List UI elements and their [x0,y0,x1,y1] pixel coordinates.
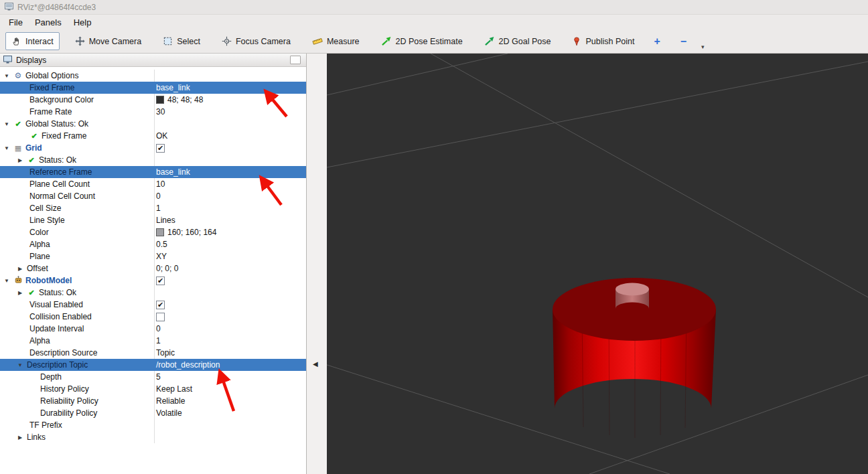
select-button[interactable]: Select [157,32,206,50]
tree-row-background-color[interactable]: Background Color48; 48; 48 [0,94,306,106]
tree-row-depth[interactable]: Depth5 [0,371,306,383]
measure-button[interactable]: Measure [306,32,366,50]
displays-panel-icon [3,54,12,66]
row-label-area: ▼Description Topic [0,360,88,370]
collapse-arrow-icon[interactable]: ▼ [16,362,24,368]
property-value[interactable]: 30 [156,107,165,116]
tree-row-reliability-policy[interactable]: Reliability PolicyReliable [0,395,306,407]
tree-row-robotmodel[interactable]: ▼RobotModel✔ [0,274,306,287]
expand-arrow-icon[interactable]: ▶ [16,266,24,272]
property-value[interactable]: 0; 0; 0 [156,264,178,273]
publish-point-button[interactable]: Publish Point [566,32,640,50]
value-text: Keep Last [156,384,192,394]
expand-arrow-icon[interactable]: ▶ [16,434,24,441]
menu-file[interactable]: File [3,16,29,29]
property-label: Links [27,432,46,442]
property-value[interactable]: 1 [156,204,161,213]
row-label-area: ▼✔Global Status: Ok [0,119,88,129]
tree-row-alpha[interactable]: Alpha1 [0,335,306,347]
property-value[interactable]: Volatile [156,408,182,418]
property-value[interactable]: /robot_description [156,360,220,370]
property-value[interactable]: base_link [156,167,190,177]
tree-row-update-interval[interactable]: Update Interval0 [0,323,306,335]
property-value[interactable]: Keep Last [156,384,192,394]
3d-viewport[interactable] [327,54,868,474]
row-label-area: Plane Cell Count [0,179,90,189]
tree-row-grid[interactable]: ▼▦Grid✔ [0,142,306,154]
checkbox-unchecked[interactable] [156,313,165,321]
tree-row-global-status-ok[interactable]: ▼✔Global Status: Ok [0,118,306,130]
tree-row-plane-cell-count[interactable]: Plane Cell Count10 [0,178,306,190]
value-text: 1 [156,204,161,213]
tree-row-collision-enabled[interactable]: Collision Enabled [0,311,306,323]
tree-row-description-topic[interactable]: ▼Description Topic/robot_description [0,359,306,371]
tree-row-color[interactable]: Color160; 160; 164 [0,226,306,238]
color-swatch [156,228,164,236]
property-value[interactable]: OK [156,131,167,141]
tree-row-status-ok[interactable]: ▶✔Status: Ok [0,287,306,299]
add-tool-button[interactable]: + [647,34,666,49]
collapse-arrow-icon[interactable]: ▼ [3,121,11,127]
tree-row-line-style[interactable]: Line StyleLines [0,214,306,226]
collapse-arrow-icon[interactable]: ▼ [3,278,11,284]
tree-row-visual-enabled[interactable]: Visual Enabled✔ [0,299,306,311]
splitter-collapse-icon[interactable]: ◀ [313,360,318,368]
expand-arrow-icon[interactable]: ▶ [16,157,24,163]
displays-panel-header[interactable]: Displays [0,54,306,67]
collapse-arrow-icon[interactable]: ▼ [3,145,11,151]
tree-row-reference-frame[interactable]: Reference Framebase_link [0,166,306,178]
value-text: 0 [156,191,161,201]
interact-button[interactable]: Interact [5,32,60,50]
panel-options-button[interactable] [290,56,301,64]
property-value[interactable]: 0 [156,324,161,333]
property-value[interactable]: ✔ [156,301,165,309]
checkbox-checked[interactable]: ✔ [156,276,165,285]
collapse-arrow-icon[interactable]: ▼ [3,73,11,79]
menu-help[interactable]: Help [68,16,98,29]
tree-row-fixed-frame[interactable]: Fixed Framebase_link [0,82,306,94]
menu-panels[interactable]: Panels [29,16,68,29]
2d-goal-pose-button[interactable]: 2D Goal Pose [478,32,557,50]
property-value[interactable]: 10 [156,179,165,189]
tree-row-cell-size[interactable]: Cell Size1 [0,202,306,214]
tree-row-durability-policy[interactable]: Durability PolicyVolatile [0,407,306,419]
panel-splitter[interactable]: ◀ [307,54,327,474]
tree-row-global-options[interactable]: ▼⚙Global Options [0,70,306,82]
property-value[interactable]: ✔ [156,144,165,153]
property-value[interactable]: 0.5 [156,240,167,249]
property-value[interactable]: 1 [156,336,161,345]
toolbar-overflow-icon[interactable]: ▾ [700,44,706,50]
property-value[interactable]: 5 [156,372,161,382]
color-swatch [156,96,164,104]
checkbox-checked[interactable]: ✔ [156,144,165,153]
property-value[interactable]: base_link [156,83,190,92]
tree-row-frame-rate[interactable]: Frame Rate30 [0,106,306,118]
remove-tool-button[interactable]: − [674,34,693,49]
tree-row-normal-cell-count[interactable]: Normal Cell Count0 [0,190,306,202]
property-value[interactable]: XY [156,252,167,261]
property-value[interactable]: 160; 160; 164 [156,228,216,237]
property-value[interactable]: Lines [156,216,175,225]
checkbox-checked[interactable]: ✔ [156,301,165,309]
property-value[interactable]: 0 [156,191,161,201]
tree-row-alpha[interactable]: Alpha0.5 [0,238,306,250]
focus-camera-button[interactable]: Focus Camera [216,32,297,50]
tree-row-plane[interactable]: PlaneXY [0,250,306,262]
property-value[interactable]: Reliable [156,396,185,406]
tree-row-description-source[interactable]: Description SourceTopic [0,347,306,359]
tree-row-history-policy[interactable]: History PolicyKeep Last [0,383,306,395]
3d-scene [327,54,868,474]
property-value[interactable] [156,313,165,321]
move-camera-button[interactable]: Move Camera [69,32,148,50]
tree-row-status-ok[interactable]: ▶✔Status: Ok [0,154,306,166]
tree-row-offset[interactable]: ▶Offset0; 0; 0 [0,262,306,274]
expand-arrow-icon[interactable]: ▶ [16,290,24,296]
2d-pose-estimate-button[interactable]: 2D Pose Estimate [375,32,469,50]
tree-row-tf-prefix[interactable]: TF Prefix [0,419,306,431]
tree-row-fixed-frame[interactable]: ✔Fixed FrameOK [0,130,306,142]
property-value[interactable]: Topic [156,348,175,358]
property-value[interactable]: ✔ [156,276,165,285]
property-value[interactable]: 48; 48; 48 [156,95,203,104]
row-label-area: Collision Enabled [0,312,92,321]
tree-row-links[interactable]: ▶Links [0,431,306,443]
